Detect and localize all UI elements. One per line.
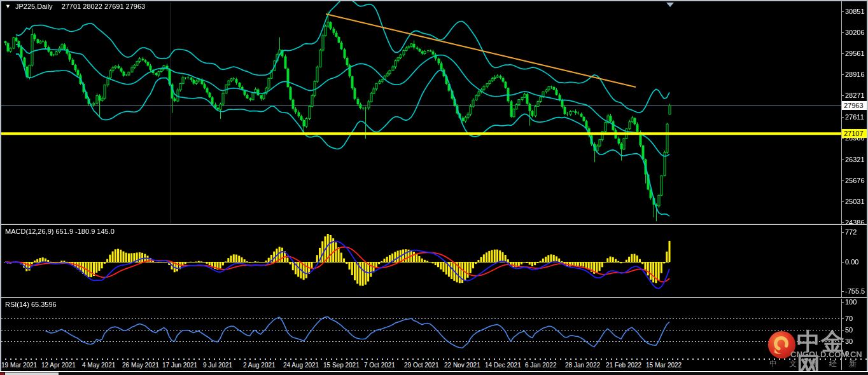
rsi-tick [841,341,844,342]
current-price-box: 27963 [842,101,868,110]
rsi-tick-label: 100 [845,298,857,306]
scrollbar-corner [0,372,4,375]
price-tick-label: 29561 [845,50,865,57]
macd-tick-label: 772 [845,228,857,236]
rsi-tick-label: 50 [845,326,853,334]
price-tick [841,160,844,160]
price-tick [841,53,844,54]
horizontal-scrollbar [0,371,868,375]
price-tick [841,32,844,33]
price-tick-label: 27611 [845,113,864,121]
price-tick [841,181,844,181]
rsi-tick [841,302,844,303]
macd-tick [841,291,844,292]
panel-separator-macd[interactable] [0,224,868,226]
rsi-tick-label: 70 [845,315,853,322]
rsi-tick-label: 0 [845,350,849,357]
rsi-tick [841,353,844,354]
price-tick [841,222,844,223]
macd-tick [841,232,844,233]
panel-separator-rsi[interactable] [0,297,868,299]
scrollbar-thumb[interactable] [5,372,59,375]
rsi-tick [841,330,844,331]
price-tick-label: 25676 [845,177,865,184]
rsi-tick [841,318,844,319]
macd-tick [841,262,844,262]
time-axis-ticks [0,358,868,360]
support-price-box: 27107 [842,129,868,138]
price-tick-label: 28271 [845,92,865,99]
macd-tick-label: 0.00 [845,258,858,266]
price-tick-label: 30851 [845,8,865,15]
price-tick [841,74,844,75]
window-frame-top [0,0,868,1]
rsi-tick-label: 30 [845,338,853,345]
window-frame-left [0,0,1,371]
price-tick-label: 28916 [845,71,865,78]
price-tick [841,201,844,202]
price-tick-label: 26321 [845,156,865,163]
price-tick-label: 25031 [845,198,865,205]
price-tick [841,138,844,139]
macd-tick-label: -755.5 [845,287,865,295]
price-axis[interactable]: 3085130206295612891628271276112696626321… [0,0,868,371]
price-tick [841,11,844,12]
price-tick [841,117,844,118]
chart-window: ▼JP225,Daily27701 28022 27691 27963 MACD… [0,0,868,375]
price-tick-label: 30206 [845,29,865,36]
price-tick [841,95,844,96]
